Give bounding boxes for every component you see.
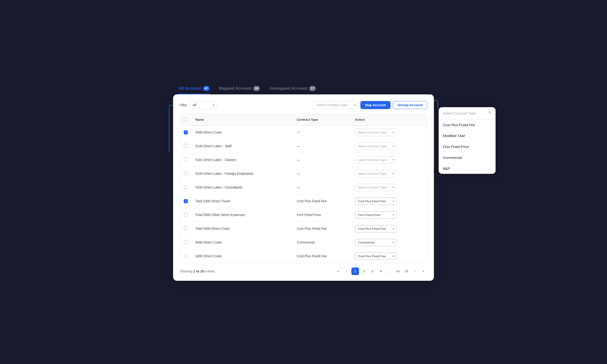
tab-unmapped-badge: 17 (309, 86, 316, 91)
row-action-dropdown[interactable]: Select Contract TypeCost Plus Fixed FeeM… (355, 184, 396, 191)
pagination-suffix: entries (204, 269, 215, 273)
table-body: 5000 Direct Costs—Select Contract TypeCo… (180, 125, 427, 263)
page-next[interactable]: › (411, 268, 419, 275)
page-15[interactable]: 15 (403, 268, 410, 275)
row-name: Total 5000 Direct Costs (192, 222, 293, 235)
header-checkbox-cell (180, 114, 192, 126)
row-name: 5200 Direct Labor - Consultants (192, 181, 293, 194)
select-all-checkbox[interactable] (184, 117, 188, 121)
table-row: 5101 Direct Labor - Owners—Select Contra… (180, 153, 427, 167)
tab-unmapped-label: Unmapped Account (269, 86, 307, 91)
row-checkbox[interactable] (184, 130, 188, 134)
table-header-row: Name Contract Type Action (180, 114, 427, 126)
row-checkbox[interactable] (184, 185, 188, 189)
page-14[interactable]: 14 (394, 268, 402, 275)
row-contract-type: Cost Plus Fixed Fee (293, 222, 351, 235)
dropdown-item[interactable]: Commercial (439, 152, 496, 163)
row-contract-type: — (293, 181, 351, 194)
page-4[interactable]: 4 (377, 268, 385, 275)
row-action-dropdown[interactable]: Select Contract TypeCost Plus Fixed FeeM… (355, 197, 396, 205)
row-checkbox[interactable] (184, 144, 188, 148)
filter-select[interactable]: All Mapped Unmapped (189, 101, 217, 109)
header-name: Name (192, 114, 293, 126)
page-3[interactable]: 3 (368, 268, 376, 275)
row-checkbox-cell (180, 139, 192, 153)
row-checkbox-cell (180, 222, 192, 235)
dropdown-popup-header: Select Contract Type ⌃ (439, 107, 496, 119)
row-action-dropdown-wrapper: Select Contract TypeCost Plus Fixed FeeM… (355, 170, 396, 177)
row-name: 5000 Direct Costs (192, 235, 293, 249)
tab-all-label: All Account (179, 86, 201, 91)
dropdown-item[interactable]: B&P (439, 163, 496, 174)
row-checkbox[interactable] (184, 212, 188, 217)
page-2[interactable]: 2 (360, 268, 368, 275)
tab-all-badge: 47 (203, 86, 210, 91)
tab-unmapped-account[interactable]: Unmapped Account 17 (268, 83, 317, 94)
row-action-dropdown[interactable]: Select Contract TypeCost Plus Fixed FeeM… (355, 211, 396, 219)
row-action-cell: Select Contract TypeCost Plus Fixed FeeM… (351, 125, 427, 139)
row-name: 5101 Direct Labor - Owners (192, 153, 293, 167)
row-checkbox-cell (180, 153, 192, 167)
page-1[interactable]: 1 (351, 268, 359, 275)
filter-label: Filter (180, 103, 187, 107)
chevron-up-icon: ⌃ (488, 111, 491, 116)
tabs-bar: All Account 47 Mapped Account 30 Unmappe… (173, 83, 434, 94)
row-checkbox-cell (180, 194, 192, 208)
table-row: Total 5000 Direct CostsCost Plus Fixed F… (180, 222, 427, 235)
row-action-dropdown[interactable]: Select Contract TypeCost Plus Fixed FeeM… (355, 156, 396, 164)
row-name: 5103 Direct Labor - Foreign Employees (192, 167, 293, 181)
row-contract-type: Firm Fixed Price (293, 208, 351, 222)
row-checkbox[interactable] (184, 254, 188, 258)
row-checkbox[interactable] (184, 157, 188, 161)
contract-type-select[interactable]: Select Contract Type Cost Plus Fixed Fee… (313, 101, 358, 109)
row-checkbox-cell (180, 125, 192, 139)
row-action-dropdown-wrapper: Select Contract TypeCost Plus Fixed FeeM… (355, 143, 396, 150)
row-action-dropdown[interactable]: Select Contract TypeCost Plus Fixed FeeM… (355, 143, 396, 150)
row-name: 5000 Direct Costs (192, 125, 293, 139)
row-checkbox-cell (180, 235, 192, 249)
row-action-dropdown[interactable]: Select Contract TypeCost Plus Fixed FeeM… (355, 225, 396, 232)
row-action-dropdown-wrapper: Select Contract TypeCost Plus Fixed FeeM… (355, 129, 396, 136)
pagination-info: Showing 1 to 10 entries (180, 269, 215, 273)
row-action-dropdown-wrapper: Select Contract TypeCost Plus Fixed FeeM… (355, 197, 396, 205)
dropdown-item[interactable]: Modified T&M (439, 130, 496, 141)
page-last[interactable]: » (420, 268, 427, 275)
row-contract-type: Cost Plus Fixed Fee (293, 194, 351, 208)
row-action-dropdown[interactable]: Select Contract TypeCost Plus Fixed FeeM… (355, 253, 396, 260)
filter-select-wrapper: All Mapped Unmapped (189, 101, 217, 109)
row-action-cell: Select Contract TypeCost Plus Fixed FeeM… (351, 153, 427, 167)
dropdown-item[interactable]: Firm Fixed Price (439, 141, 496, 152)
row-action-cell: Select Contract TypeCost Plus Fixed FeeM… (351, 249, 427, 263)
row-checkbox[interactable] (184, 226, 188, 230)
row-action-cell: Select Contract TypeCost Plus Fixed FeeM… (351, 139, 427, 153)
row-action-dropdown[interactable]: Select Contract TypeCost Plus Fixed FeeM… (355, 129, 396, 136)
row-action-cell: Select Contract TypeCost Plus Fixed FeeM… (351, 167, 427, 181)
main-card: Filter All Mapped Unmapped Select Contra… (173, 94, 434, 281)
table-row: 5000 Direct Costs—Select Contract TypeCo… (180, 125, 427, 139)
row-action-dropdown-wrapper: Select Contract TypeCost Plus Fixed FeeM… (355, 156, 396, 164)
filter-group: Filter All Mapped Unmapped (180, 101, 217, 109)
row-checkbox[interactable] (184, 171, 188, 175)
unmap-account-button[interactable]: Unmap Account (393, 101, 427, 109)
tab-mapped-badge: 30 (253, 86, 260, 91)
toolbar-right: Select Contract Type Cost Plus Fixed Fee… (313, 101, 427, 109)
account-table-wrapper: Name Contract Type Action 5000 Direct Co… (180, 114, 427, 263)
row-checkbox-cell (180, 249, 192, 263)
page-first[interactable]: « (334, 268, 342, 275)
tab-mapped-account[interactable]: Mapped Account 30 (218, 83, 261, 94)
contract-type-select-wrapper: Select Contract Type Cost Plus Fixed Fee… (313, 101, 358, 109)
row-checkbox[interactable] (184, 240, 188, 244)
dropdown-item[interactable]: Cost Plus Fixed Fee (439, 119, 496, 130)
row-contract-type: Commercial (293, 235, 351, 249)
page-prev[interactable]: ‹ (343, 268, 350, 275)
row-action-cell: Select Contract TypeCost Plus Fixed FeeM… (351, 194, 427, 208)
map-account-button[interactable]: Map Account (361, 101, 390, 109)
row-action-dropdown[interactable]: Select Contract TypeCost Plus Fixed FeeM… (355, 170, 396, 177)
page-ellipsis[interactable]: … (386, 268, 393, 275)
row-name: 5000 Direct Costs (192, 249, 293, 263)
row-contract-type: — (293, 153, 351, 167)
row-action-dropdown[interactable]: Select Contract TypeCost Plus Fixed FeeM… (355, 239, 396, 246)
row-checkbox[interactable] (184, 199, 188, 203)
header-action: Action (351, 114, 427, 126)
tab-all-account[interactable]: All Account 47 (178, 83, 211, 94)
